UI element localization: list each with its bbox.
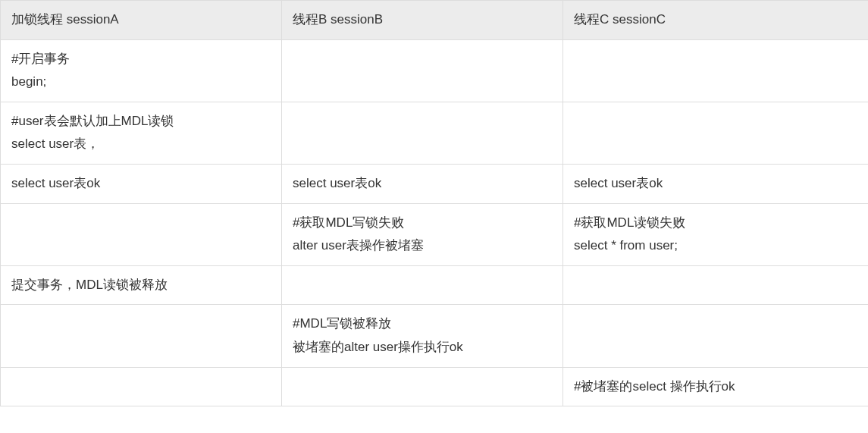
- table-row: #开启事务begin;: [1, 39, 869, 102]
- table-row: 提交事务，MDL读锁被释放: [1, 265, 869, 305]
- col-header-session-a: 加锁线程 sessionA: [1, 1, 282, 40]
- cell: #获取MDL读锁失败select * from user;: [563, 203, 869, 265]
- table-row: #被堵塞的select 操作执行ok: [1, 367, 869, 406]
- cell: [282, 102, 563, 164]
- table-row: #user表会默认加上MDL读锁select user表，: [1, 102, 869, 164]
- cell: [1, 305, 282, 367]
- cell: #被堵塞的select 操作执行ok: [563, 367, 869, 406]
- mdl-lock-table: 加锁线程 sessionA 线程B sessionB 线程C sessionC …: [0, 0, 868, 406]
- col-header-session-c: 线程C sessionC: [563, 1, 869, 40]
- cell: select user表ok: [282, 164, 563, 203]
- cell: [563, 305, 869, 367]
- cell: #开启事务begin;: [1, 39, 282, 102]
- cell: [282, 265, 563, 305]
- cell: #MDL写锁被释放被堵塞的alter user操作执行ok: [282, 305, 563, 367]
- table-row: #MDL写锁被释放被堵塞的alter user操作执行ok: [1, 305, 869, 367]
- cell: [1, 203, 282, 265]
- cell: #获取MDL写锁失败alter user表操作被堵塞: [282, 203, 563, 265]
- cell: select user表ok: [1, 164, 282, 203]
- cell: [563, 102, 869, 164]
- table-header-row: 加锁线程 sessionA 线程B sessionB 线程C sessionC: [1, 1, 869, 40]
- cell: select user表ok: [563, 164, 869, 203]
- cell: [1, 367, 282, 406]
- cell: [282, 39, 563, 102]
- cell: [563, 39, 869, 102]
- cell: [282, 367, 563, 406]
- col-header-session-b: 线程B sessionB: [282, 1, 563, 40]
- table-row: #获取MDL写锁失败alter user表操作被堵塞 #获取MDL读锁失败sel…: [1, 203, 869, 265]
- cell: 提交事务，MDL读锁被释放: [1, 265, 282, 305]
- cell: [563, 265, 869, 305]
- table-row: select user表ok select user表ok select use…: [1, 164, 869, 203]
- cell: #user表会默认加上MDL读锁select user表，: [1, 102, 282, 164]
